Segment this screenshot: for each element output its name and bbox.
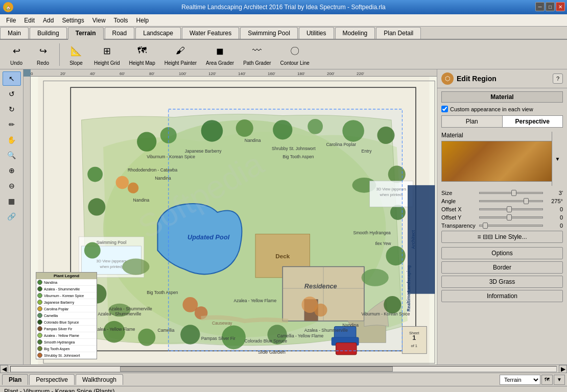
custom-appearance-checkbox[interactable] — [441, 106, 448, 112]
tool-redo[interactable]: ↪Redo — [31, 41, 55, 68]
action-buttons: OptionsBorder3D GrassInformation — [441, 247, 563, 302]
terrain-select[interactable]: Terrain — [500, 375, 540, 385]
tab-building[interactable]: Building — [30, 27, 67, 39]
tab-perspective[interactable]: Perspective — [503, 116, 563, 127]
tab-plan[interactable]: Plan — [442, 116, 503, 127]
tab-water-features[interactable]: Water Features — [182, 27, 239, 39]
offset-y-thumb[interactable] — [507, 214, 512, 220]
left-tool-select[interactable]: ↖ — [3, 71, 21, 86]
minimize-button[interactable]: ─ — [535, 2, 545, 11]
transparency-thumb[interactable] — [483, 223, 488, 229]
left-tool-undo-left[interactable]: ↺ — [3, 87, 21, 101]
terrain-expand-button[interactable]: ▼ — [554, 375, 565, 385]
ruler-mark-11: 220' — [357, 71, 364, 76]
action-btn-border[interactable]: Border — [441, 261, 563, 274]
scroll-track[interactable] — [10, 366, 557, 372]
angle-thumb[interactable] — [524, 198, 529, 204]
tab-main[interactable]: Main — [0, 27, 29, 39]
tab-modeling[interactable]: Modeling — [335, 27, 375, 39]
menu-item-add[interactable]: Add — [39, 16, 58, 25]
angle-label: Angle — [441, 198, 477, 204]
terrain-view-button[interactable]: 🗺 — [541, 375, 553, 385]
action-btn-3d-grass[interactable]: 3D Grass — [441, 276, 563, 288]
left-tool-zoom-out[interactable]: ⊖ — [3, 179, 21, 193]
transparency-value: 0 — [545, 223, 563, 229]
height-grid-icon: ⊞ — [99, 43, 115, 59]
svg-rect-91 — [408, 185, 435, 294]
tool-undo[interactable]: ↩Undo — [4, 41, 29, 68]
path-grader-label: Path Grader — [243, 60, 271, 66]
scroll-left-button[interactable]: ◀ — [0, 365, 8, 373]
tab-road[interactable]: Road — [105, 27, 135, 39]
tool-height-grid[interactable]: ⊞Height Grid — [90, 41, 124, 68]
legend-item: Azalea - Shummerville — [36, 286, 97, 292]
menu-item-file[interactable]: File — [2, 16, 20, 25]
ruler-mark-4: 80' — [149, 71, 154, 76]
legend-item-name: Viburnum - Korean Spice — [44, 294, 84, 298]
tab-swimming-pool[interactable]: Swimming Pool — [240, 27, 298, 39]
size-slider[interactable] — [479, 192, 543, 194]
height-painter-icon: 🖌 — [172, 43, 188, 59]
bottom-tab-walkthrough[interactable]: Walkthrough — [76, 374, 123, 385]
offset-x-thumb[interactable] — [507, 206, 512, 212]
menu-item-help[interactable]: Help — [132, 16, 153, 25]
path-grader-icon: 〰 — [249, 43, 265, 59]
menu-item-settings[interactable]: Settings — [58, 16, 88, 25]
svg-text:1: 1 — [412, 334, 416, 341]
scroll-right-button[interactable]: ▶ — [559, 365, 567, 373]
status-text: Plant - Viburnum - Korean Spice (Plants) — [4, 388, 115, 392]
left-tool-redo-right[interactable]: ↻ — [3, 102, 21, 116]
main-area: ↖↺↻✏✋🔍⊕⊖▦🔗 020'40'60'80'100'120'140'160'… — [0, 69, 567, 364]
maximize-button[interactable]: □ — [546, 2, 555, 11]
legend-item: Azalea - Yellow Flame — [36, 332, 97, 339]
left-tool-zoom-in[interactable]: ⊕ — [3, 163, 21, 178]
menu-item-tools[interactable]: Tools — [110, 16, 132, 25]
tool-height-map[interactable]: 🗺Height Map — [126, 41, 159, 68]
left-tool-grid[interactable]: ▦ — [3, 194, 21, 208]
legend-color-dot — [37, 320, 42, 325]
close-button[interactable]: ✕ — [556, 2, 565, 11]
ruler-mark-9: 180' — [297, 71, 305, 76]
scroll-thumb[interactable] — [120, 366, 393, 372]
tool-area-grader[interactable]: ◼Area Grader — [202, 41, 238, 68]
svg-point-30 — [88, 198, 105, 215]
material-dropdown-button[interactable]: ▼ — [552, 132, 563, 186]
drawing-canvas[interactable]: Updated Pool Swimming Pool 3D View (appe… — [31, 77, 437, 364]
offset-y-slider[interactable] — [479, 216, 543, 218]
legend-item-name: Colorado Blue Spruce — [44, 321, 79, 324]
tool-slope[interactable]: 📐Slope — [64, 41, 88, 68]
tab-terrain[interactable]: Terrain — [68, 27, 104, 40]
offset-x-slider[interactable] — [479, 208, 543, 210]
size-thumb[interactable] — [511, 190, 516, 196]
menu-item-edit[interactable]: Edit — [20, 16, 39, 25]
left-tool-draw[interactable]: ✏ — [3, 117, 21, 132]
menu-item-view[interactable]: View — [88, 16, 110, 25]
action-btn-information[interactable]: Information — [441, 290, 563, 302]
horizontal-scrollbar[interactable]: ◀ ▶ — [0, 364, 567, 373]
bottom-tab-perspective[interactable]: Perspective — [29, 374, 75, 385]
app-icon: 🏡 — [3, 2, 13, 12]
tool-path-grader[interactable]: 〰Path Grader — [240, 41, 274, 68]
bottom-tab-plan[interactable]: Plan — [2, 374, 28, 385]
left-tool-link[interactable]: 🔗 — [3, 209, 21, 224]
height-map-label: Height Map — [129, 60, 155, 66]
tab-landscape[interactable]: Landscape — [135, 27, 181, 39]
tab-plan-detail[interactable]: Plan Detail — [376, 27, 421, 39]
svg-text:of 1: of 1 — [411, 344, 417, 348]
svg-point-38 — [138, 329, 155, 346]
prop-row-offset-y: Offset Y0 — [441, 214, 563, 220]
tool-contour-line[interactable]: 〇Contour Line — [277, 41, 313, 68]
legend-item: Viburnum - Korean Spice — [36, 292, 97, 299]
action-btn-options[interactable]: Options — [441, 247, 563, 259]
tool-height-painter[interactable]: 🖌Height Painter — [161, 41, 200, 68]
left-tool-zoom[interactable]: 🔍 — [3, 148, 21, 162]
material-section-header: Material — [441, 91, 563, 103]
material-preview[interactable] — [441, 141, 563, 182]
line-style-button[interactable]: ≡ ⊟⊟ Line Style... — [441, 231, 563, 243]
view-tabs: Plan Perspective — [441, 115, 563, 128]
tab-utilities[interactable]: Utilities — [299, 27, 334, 39]
transparency-slider[interactable] — [479, 225, 543, 227]
left-tool-pan[interactable]: ✋ — [3, 133, 21, 147]
help-button[interactable]: ? — [553, 74, 563, 84]
angle-slider[interactable] — [479, 200, 543, 202]
